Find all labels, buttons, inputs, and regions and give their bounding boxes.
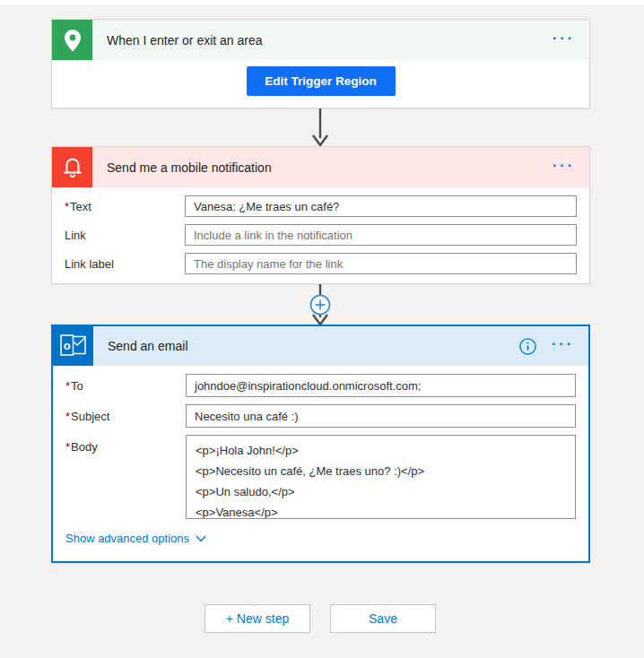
subject-field-label: *Subject — [65, 410, 186, 423]
to-input[interactable] — [186, 374, 576, 397]
email-menu-icon[interactable]: ··· — [552, 337, 574, 355]
trigger-card-title: When I enter or exit an area — [92, 33, 553, 48]
bell-icon — [52, 147, 92, 187]
link-field-label: Link — [65, 229, 185, 242]
edit-trigger-region-button[interactable]: Edit Trigger Region — [247, 66, 396, 96]
location-pin-icon — [52, 20, 92, 60]
text-field-label: *Text — [65, 200, 185, 213]
body-line: <p>¡Hola John!</p> — [196, 440, 566, 461]
email-card-header[interactable]: o Send an email ··· — [53, 326, 588, 366]
plus-icon[interactable] — [311, 296, 330, 315]
chevron-down-icon — [196, 535, 206, 542]
link-input[interactable] — [185, 224, 577, 246]
body-line: <p>Vanesa</p> — [196, 502, 566, 519]
email-card: o Send an email ··· *To *Subject *Body — [51, 325, 590, 563]
body-input[interactable]: <p>¡Hola John!</p> <p>Necesito un café, … — [186, 435, 576, 519]
svg-text:o: o — [63, 339, 70, 352]
trigger-card: When I enter or exit an area ··· Edit Tr… — [51, 19, 590, 108]
notification-card-header[interactable]: Send me a mobile notification ··· — [52, 147, 589, 187]
trigger-card-header[interactable]: When I enter or exit an area ··· — [52, 20, 589, 60]
required-marker: * — [65, 410, 70, 423]
text-input[interactable] — [185, 195, 577, 217]
notification-card: Send me a mobile notification ··· *Text … — [51, 146, 590, 284]
show-advanced-options-link[interactable]: Show advanced options — [65, 532, 206, 545]
top-strip — [0, 0, 644, 4]
required-marker: * — [65, 440, 70, 454]
link-label-field-label: Link label — [65, 257, 185, 271]
body-line: <p>Necesito un café, ¿Me traes uno? :)</… — [196, 461, 566, 481]
subject-input[interactable] — [186, 404, 576, 428]
arrow-down-icon — [309, 108, 331, 146]
outlook-icon: o — [53, 326, 93, 366]
body-line: <p>Un saludo,</p> — [196, 481, 566, 502]
required-marker: * — [65, 200, 69, 213]
body-field-label: *Body — [65, 435, 186, 454]
email-card-title: Send an email — [93, 339, 518, 353]
link-label-input[interactable] — [185, 253, 577, 274]
info-icon[interactable] — [518, 337, 537, 356]
required-marker: * — [65, 379, 70, 393]
notification-menu-icon[interactable]: ··· — [553, 159, 575, 177]
trigger-menu-icon[interactable]: ··· — [553, 31, 575, 49]
to-field-label: *To — [65, 379, 186, 393]
insert-step-connector — [309, 284, 331, 325]
save-button[interactable]: Save — [330, 604, 436, 633]
notification-card-title: Send me a mobile notification — [92, 160, 553, 175]
new-step-button[interactable]: + New step — [205, 604, 310, 633]
